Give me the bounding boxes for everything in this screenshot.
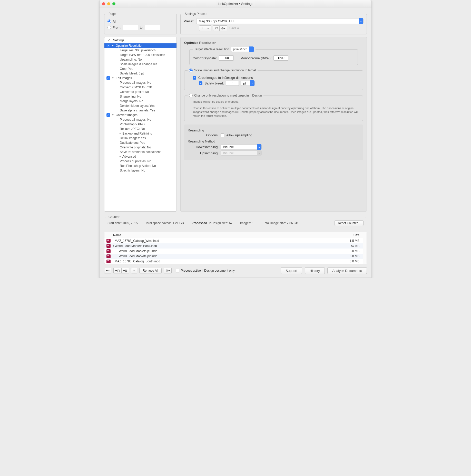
tree-item-backup[interactable]: ▼Backup and Relinking [104,131,176,136]
mono-res-input[interactable] [273,55,288,61]
change-hint2: Choose this option to optimize multiple … [193,106,359,118]
pages-all-label: All [113,20,116,23]
triangle-down-icon[interactable]: ▼ [119,155,121,158]
tree-item-advanced[interactable]: ▼Advanced [104,154,176,159]
scale-images-radio[interactable] [189,69,193,72]
col-size[interactable]: Size [342,233,363,237]
chevron-updown-icon: ⌄ [250,80,254,86]
upsampling-label: Upsampling: [188,151,219,155]
table-row[interactable]: MAZ_16783_Catalog_West.indd1.5 MB [104,238,363,243]
target-resolution-group: Target effective resolution pixels/inch … [189,47,358,65]
tree-sub: Convert to profile: No [106,90,149,94]
table-row[interactable]: World Food Markets p1.indd3.0 MB [104,249,363,254]
triangle-down-icon[interactable]: ▼ [112,44,114,47]
tree-sub: Merge layers: No [106,99,143,103]
table-row[interactable]: MAZ_16783_Catalog_South.indd3.0 MB [104,259,363,264]
tree-body[interactable]: ✓ ▼ Optimize Resolution Target res: 300 … [104,43,176,211]
preset-selected: Mag 300 dpi CMYK TIFF [199,19,235,23]
preset-add-button[interactable]: + [199,25,205,31]
tree-check-optimize[interactable]: ✓ [106,44,110,47]
zoom-icon[interactable] [112,2,115,5]
triangle-down-icon[interactable]: ▼ [112,114,114,116]
counter-images: 19 [252,221,255,225]
counter-indd: 67 [229,221,232,225]
resampling-group: Resampling Options: Allow upsampling Res… [184,125,363,160]
analyze-button[interactable]: Analyze Documents [327,267,367,274]
pages-from-radio[interactable] [107,26,111,29]
pages-all-radio[interactable] [107,20,111,23]
tree-sub: Scale images & change res [106,62,157,66]
allow-upsampling-label: Allow upsampling [226,133,252,137]
scrollbar[interactable] [363,238,367,264]
preset-gear-button[interactable]: ⚙︎▾ [220,25,227,31]
preset-label: Preset: [184,19,194,23]
remove-all-button[interactable]: Remove All [139,268,162,273]
pages-from-input[interactable] [123,25,138,30]
tree-check-edit[interactable]: ✓ [106,76,110,80]
history-button[interactable]: History [305,267,325,274]
table-row[interactable]: World Food Markets p2.indd3.0 MB [104,254,363,259]
downsampling-select[interactable]: Bicubic ⌄ [221,144,262,149]
presets-group: Settings Presets Preset: Mag 300 dpi CMY… [180,12,367,34]
tree-item-edit[interactable]: ✓ ▼ Edit Images [104,76,176,80]
add-files-button[interactable]: +⧉ [122,268,129,273]
color-res-input[interactable] [219,55,234,61]
preset-tag-button[interactable]: 🏷 [213,25,220,31]
preset-remove-button[interactable]: − [205,25,211,31]
change-only-radio[interactable] [189,94,193,97]
pages-from-label: From: [113,26,121,30]
tree-check-convert[interactable]: ✓ [106,113,110,117]
presets-legend: Settings Presets [184,12,208,16]
support-button[interactable]: Support [281,267,302,274]
counter-start: Jul 5, 2015 [123,221,138,225]
allow-upsampling-checkbox[interactable] [221,134,224,137]
reset-counter-button[interactable]: Reset Counter... [335,220,364,226]
tree-sub: Overwrite originals: No [106,146,151,149]
process-active-checkbox[interactable] [176,269,179,272]
minimize-icon[interactable] [107,2,110,5]
tree-item-optimize[interactable]: ✓ ▼ Optimize Resolution [104,43,176,48]
counter-processed-label: Processed [192,221,207,225]
indesign-file-icon [106,239,111,243]
add-file-button[interactable]: +▢ [113,268,122,273]
col-name[interactable]: Name [104,233,342,237]
tree-sub: Resave JPEG: No [106,127,145,131]
resampling-method-title: Resampling Method [188,140,359,143]
tree-label: Convert Images [116,113,138,117]
bleed-unit-select[interactable]: pt ⌄ [241,81,255,86]
tree-sub: Save alpha channels: Yes [106,109,155,112]
files-body[interactable]: MAZ_16783_Catalog_West.indd1.5 MB▼World … [104,238,363,264]
file-size: 57 KB [342,244,363,248]
tree-sub: Crop: Yes [106,67,133,71]
bleed-checkbox[interactable]: ✓ [199,81,202,85]
add-list-button[interactable]: +≡ [104,268,111,273]
triangle-icon[interactable]: ▼ [112,245,115,247]
target-unit-select[interactable]: pixels/inch ⌄ [231,47,254,52]
crop-checkbox[interactable]: ✓ [193,76,196,80]
file-name: MAZ_16783_Catalog_South.indd [115,260,342,263]
close-icon[interactable] [102,2,105,5]
preset-select[interactable]: Mag 300 dpi CMYK TIFF ⌄ [196,18,364,24]
tree-item-convert[interactable]: ✓ ▼ Convert Images [104,113,176,117]
table-row[interactable]: ▼World Food Markets Book.indb57 KB [104,243,363,249]
triangle-down-icon[interactable]: ▼ [119,132,121,135]
bleed-input[interactable] [226,81,239,86]
app-window: LinkOptimizer • Settings Pages All From:… [99,0,372,278]
tree-sub: Process duplicates: No [106,159,151,163]
files-table: Name Size MAZ_16783_Catalog_West.indd1.5… [104,232,367,264]
mono-label: Monochrome (B&W): [240,56,271,60]
preset-save-button[interactable]: Save [229,26,239,30]
resampling-title: Resampling [188,129,359,132]
pages-to-input[interactable] [145,25,160,30]
triangle-down-icon[interactable]: ▼ [112,77,114,79]
tree-sub: Upsampling: No [106,58,142,61]
gear-menu-button[interactable]: ⚙︎▾ [164,268,172,273]
tree-sub: Process all images: No [106,81,151,84]
tree-sub: Process all images: No [106,118,151,121]
window-title: LinkOptimizer • Settings [100,2,371,6]
tree-sub: Sharpening: No [106,95,141,98]
counter-group: Counter Start date: Jul 5, 2015 Total sp… [105,215,366,228]
remove-item-button[interactable]: − [131,268,137,273]
tree-header-check: √ [104,39,113,42]
tree-sub: Target B&W res: 1200 pixels/inch [106,53,165,57]
